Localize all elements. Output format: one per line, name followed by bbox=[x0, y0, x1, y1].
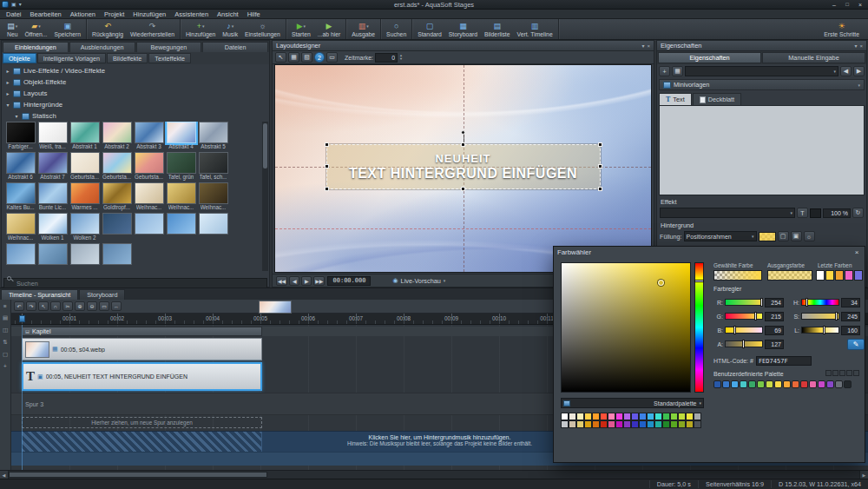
background-thumbnail[interactable] bbox=[36, 243, 69, 265]
resize-handle[interactable] bbox=[325, 187, 329, 191]
rotation-handle[interactable] bbox=[461, 130, 465, 135]
palette-swatch[interactable] bbox=[600, 420, 608, 428]
palette-swatch[interactable] bbox=[631, 413, 639, 420]
tree-item[interactable]: ▸Layouts bbox=[2, 88, 269, 99]
custom-color-swatch[interactable] bbox=[774, 380, 782, 388]
jump-start-icon[interactable]: ◀◀ bbox=[276, 276, 287, 286]
palette-swatch[interactable] bbox=[670, 413, 678, 420]
quick-save-icon[interactable]: ▣ bbox=[11, 1, 16, 8]
background-thumbnail[interactable] bbox=[101, 243, 133, 265]
palette-swatch[interactable] bbox=[561, 413, 569, 420]
palette-swatch[interactable] bbox=[678, 413, 686, 420]
palette-swatch[interactable] bbox=[592, 420, 600, 428]
background-thumbnail[interactable]: Weihnac... bbox=[165, 182, 197, 211]
category-tab[interactable]: Dateien bbox=[202, 42, 268, 52]
slider-track[interactable] bbox=[801, 327, 839, 334]
content-tab[interactable]: TText bbox=[659, 93, 692, 105]
panel-close-icon[interactable] bbox=[859, 43, 863, 49]
text-content-area[interactable] bbox=[659, 105, 865, 195]
palette-swatch[interactable] bbox=[631, 420, 639, 428]
quick-access-dropdown-icon[interactable]: ▾ bbox=[19, 1, 22, 8]
maximize-button[interactable] bbox=[841, 1, 853, 9]
toolbox-tab[interactable]: Texteffekte bbox=[148, 53, 191, 63]
slider-thumb[interactable] bbox=[760, 298, 763, 307]
resize-handle[interactable] bbox=[325, 164, 329, 169]
custom-color-swatch[interactable] bbox=[792, 380, 799, 388]
palette-swatch[interactable] bbox=[654, 413, 662, 420]
html-code-input[interactable] bbox=[756, 356, 812, 366]
preview-canvas[interactable]: NEUHEIT TEXT HINTERGRUND EINFÜGEN bbox=[274, 64, 652, 273]
frame-icon[interactable]: ▢ bbox=[778, 231, 789, 241]
hue-slider-thumb[interactable] bbox=[694, 280, 704, 282]
scroll-right-arrow[interactable]: ▶ bbox=[859, 471, 868, 479]
palette-swatch[interactable] bbox=[615, 413, 623, 420]
view-standard-button[interactable]: ▢Standard bbox=[414, 19, 445, 39]
resize-handle[interactable] bbox=[598, 187, 602, 191]
palette-swatch[interactable] bbox=[569, 413, 576, 420]
palette-swatch[interactable] bbox=[584, 420, 592, 428]
split-view-icon[interactable]: ◫ bbox=[3, 327, 8, 334]
custom-color-swatch[interactable] bbox=[731, 380, 739, 388]
slider-track[interactable] bbox=[801, 313, 839, 320]
selection-tool-icon[interactable]: ↖ bbox=[275, 52, 286, 63]
close-button[interactable] bbox=[854, 1, 866, 9]
resize-handle[interactable] bbox=[598, 142, 602, 147]
background-thumbnail[interactable]: Abstrakt 5 bbox=[197, 122, 229, 150]
output-button[interactable]: ▥▾Ausgabe bbox=[348, 19, 378, 39]
palette-swatch[interactable] bbox=[561, 420, 569, 428]
tracks-icon[interactable]: ≡ bbox=[3, 303, 7, 309]
minimize-button[interactable] bbox=[828, 1, 840, 9]
search-button[interactable]: ○Suchen bbox=[383, 19, 410, 39]
background-thumbnail[interactable] bbox=[165, 213, 197, 241]
collapse-icon[interactable]: ⊟ bbox=[25, 328, 30, 334]
slider-thumb[interactable] bbox=[754, 312, 757, 320]
slider-value[interactable]: 254 bbox=[765, 298, 784, 307]
palette-swatch[interactable] bbox=[686, 413, 694, 420]
fill-color-swatch[interactable] bbox=[759, 232, 776, 241]
custom-color-swatch[interactable] bbox=[783, 380, 791, 388]
timeline-tab[interactable]: Timeline - Spuransicht bbox=[1, 289, 78, 300]
background-thumbnail[interactable]: Wolken 1 bbox=[36, 213, 69, 241]
settings-button[interactable]: ☼Einstellungen bbox=[241, 19, 284, 39]
image-fill-icon[interactable]: ▣ bbox=[791, 231, 802, 241]
palette-swatch[interactable] bbox=[576, 420, 584, 428]
pan-icon[interactable]: ↔ bbox=[111, 301, 122, 311]
slider-value[interactable]: 245 bbox=[841, 312, 860, 321]
slider-thumb[interactable] bbox=[835, 312, 838, 320]
effekt-color-swatch[interactable] bbox=[810, 208, 821, 218]
tree-item[interactable]: ▾Statisch bbox=[2, 110, 269, 122]
palette-swatch[interactable] bbox=[678, 420, 686, 428]
palette-swatch[interactable] bbox=[623, 413, 631, 420]
background-thumbnail[interactable]: Bunte Lic... bbox=[36, 182, 69, 211]
sort-icon[interactable]: ⇅ bbox=[3, 339, 7, 346]
panel-menu-icon[interactable] bbox=[854, 43, 857, 49]
tree-item[interactable]: ▾Hintergründe bbox=[2, 99, 269, 110]
frame-icon[interactable]: ▢ bbox=[3, 351, 8, 358]
background-thumbnail[interactable]: Geburtsta... bbox=[101, 152, 133, 181]
background-thumbnail[interactable]: Geburtsta... bbox=[69, 152, 101, 181]
palette-dropdown[interactable]: Standardpalette bbox=[561, 398, 704, 408]
timeline-tab[interactable]: Storyboard bbox=[79, 289, 125, 300]
slider-value[interactable]: 69 bbox=[765, 326, 784, 335]
menu-item[interactable]: Ansicht bbox=[213, 10, 243, 18]
palette-swatch[interactable] bbox=[608, 420, 615, 428]
palette-swatch[interactable] bbox=[584, 413, 592, 420]
undo-icon[interactable]: ↶ bbox=[14, 301, 24, 311]
text-clip-selected[interactable]: T ▣ 00:05, NEUHEIT TEXT HINTERGRUND EINF… bbox=[22, 362, 262, 391]
zeitmarke-input[interactable] bbox=[375, 53, 398, 63]
background-thumbnail[interactable]: Tafel, grün bbox=[165, 152, 197, 181]
category-tab[interactable]: Einblendungen bbox=[3, 42, 69, 52]
recent-color-swatch[interactable] bbox=[845, 270, 853, 281]
first-steps-button[interactable]: ☀Erste Schritte bbox=[820, 19, 863, 39]
scrollbar-thumb[interactable] bbox=[9, 472, 267, 478]
menu-item[interactable]: Assistenten bbox=[170, 10, 213, 18]
zoom-out-icon[interactable]: ⊖ bbox=[87, 301, 97, 311]
recent-color-swatch[interactable] bbox=[854, 270, 863, 281]
slider-track[interactable] bbox=[725, 299, 763, 306]
palette-swatch[interactable] bbox=[694, 420, 701, 428]
background-thumbnail[interactable]: Goldtropf... bbox=[101, 182, 133, 211]
category-tab[interactable]: Bewegungen bbox=[136, 42, 202, 52]
slider-thumb[interactable] bbox=[733, 326, 736, 334]
dialog-close-icon[interactable] bbox=[852, 248, 862, 256]
redo-button[interactable]: ↷Wiederherstellen bbox=[127, 19, 178, 39]
